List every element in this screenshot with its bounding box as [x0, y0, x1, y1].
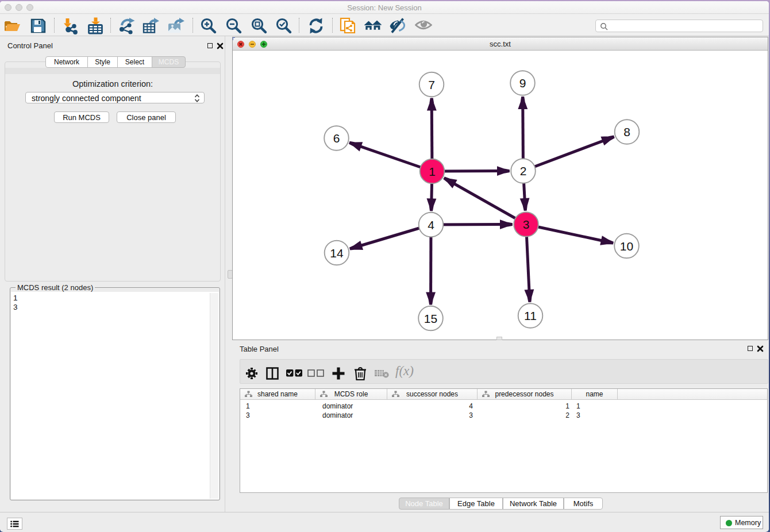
svg-text:11: 11 — [524, 309, 537, 322]
svg-text:4: 4 — [428, 218, 434, 232]
svg-text:2: 2 — [520, 164, 527, 178]
svg-text:9: 9 — [519, 76, 526, 90]
svg-text:8: 8 — [623, 125, 630, 138]
svg-text:7: 7 — [428, 78, 435, 91]
svg-text:6: 6 — [333, 132, 340, 145]
svg-text:3: 3 — [523, 218, 530, 231]
svg-text:1: 1 — [429, 165, 436, 178]
svg-text:15: 15 — [424, 312, 437, 325]
svg-text:14: 14 — [330, 246, 344, 260]
svg-text:10: 10 — [620, 240, 633, 253]
